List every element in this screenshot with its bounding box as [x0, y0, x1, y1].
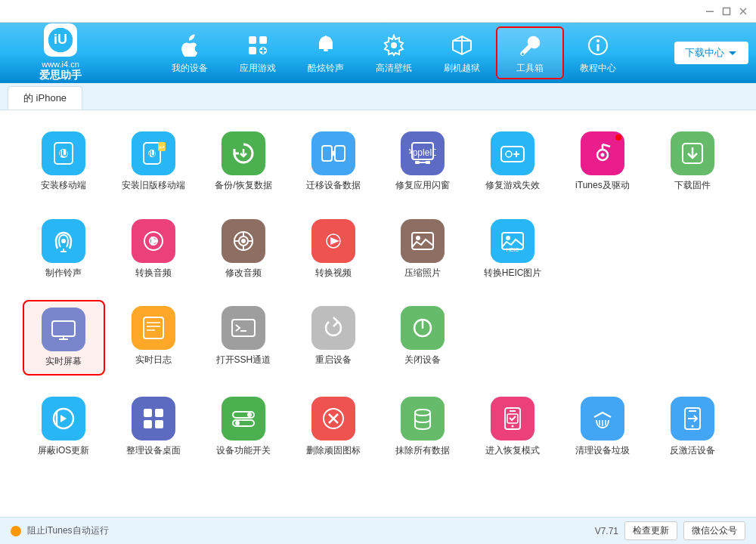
tool-reboot-label: 重启设备	[315, 354, 352, 366]
tool-realtime-log[interactable]: 实时日志	[113, 300, 195, 376]
fix-game-icon	[491, 131, 534, 175]
tool-fix-app[interactable]: AppleID 修复应用闪窗	[382, 125, 464, 198]
shutdown-icon	[401, 306, 445, 350]
tool-ringtone-make[interactable]: 制作铃声	[23, 213, 105, 286]
svg-rect-84	[155, 420, 163, 428]
tool-install-old[interactable]: iU↩ 安装旧版移动端	[113, 125, 195, 198]
svg-text:HEIC: HEIC	[507, 247, 519, 252]
tool-install-app[interactable]: iU 安装移动端	[23, 125, 105, 198]
tool-block-update[interactable]: 屏蔽iOS更新	[23, 391, 105, 463]
tool-manage-desktop[interactable]: 整理设备桌面	[113, 391, 195, 463]
nav-jailbreak[interactable]: 刷机越狱	[428, 26, 496, 79]
bell-icon	[312, 32, 339, 59]
minimize-btn[interactable]	[703, 5, 717, 18]
restore-btn[interactable]	[720, 5, 733, 18]
fix-app-icon: AppleID	[401, 131, 445, 175]
tool-deactivate-label: 反激活设备	[670, 445, 715, 457]
nav-my-device[interactable]: 我的设备	[156, 26, 224, 79]
svg-rect-29	[322, 146, 332, 161]
tool-backup[interactable]: 备份/恢复数据	[203, 125, 285, 198]
close-btn[interactable]	[736, 5, 750, 18]
tools-row-4: 屏蔽iOS更新 整理设备桌面 设备功能开关 删除顽固图标	[23, 391, 733, 463]
tool-migrate[interactable]: 迁移设备数据	[292, 125, 374, 198]
tool-compress-photo[interactable]: 压缩照片	[382, 213, 464, 286]
svg-rect-71	[144, 317, 163, 338]
audio-convert-icon	[132, 219, 175, 263]
tool-fix-game[interactable]: 修复游戏失效	[472, 125, 554, 198]
tool-erase-data[interactable]: 抹除所有数据	[382, 391, 464, 463]
tool-itunes[interactable]: iTunes及驱动	[562, 125, 644, 198]
tool-install-old-label: 安装旧版移动端	[122, 180, 185, 192]
app-icon	[244, 32, 271, 59]
tool-firmware[interactable]: 下载固件	[651, 125, 733, 198]
header: iU www.i4.cn 爱思助手 我的设备 应用游戏 酷炫铃声	[0, 23, 756, 83]
tool-deactivate[interactable]: 反激活设备	[651, 391, 733, 463]
svg-rect-83	[144, 420, 152, 428]
tool-audio-edit-label: 修改音频	[225, 267, 262, 280]
compress-photo-icon	[401, 219, 445, 263]
check-update-button[interactable]: 检查更新	[624, 521, 677, 540]
version-text: V7.71	[595, 526, 618, 536]
tools-row-1: iU 安装移动端 iU↩ 安装旧版移动端 备份/恢复数据 迁移设备数据	[23, 125, 733, 198]
tool-reboot[interactable]: 重启设备	[292, 300, 374, 376]
svg-rect-68	[52, 321, 75, 336]
tool-realtime-screen[interactable]: 实时屏幕	[23, 300, 105, 376]
svg-point-96	[512, 425, 514, 427]
wrench-icon	[516, 32, 544, 59]
svg-rect-75	[232, 320, 255, 336]
tool-audio-convert-label: 转换音频	[135, 267, 172, 280]
tool-function-toggle[interactable]: 设备功能开关	[203, 391, 285, 463]
tool-video-convert-label: 转换视频	[315, 267, 352, 280]
svg-rect-35	[426, 161, 430, 164]
tool-recovery[interactable]: 进入恢复模式	[472, 391, 554, 463]
svg-point-17	[596, 39, 600, 42]
main-content: iU 安装移动端 iU↩ 安装旧版移动端 备份/恢复数据 迁移设备数据	[0, 110, 756, 517]
nav-tutorials-label: 教程中心	[580, 62, 616, 75]
tool-heic-convert[interactable]: HEIC 转换HEIC图片	[472, 213, 554, 286]
svg-rect-7	[259, 36, 267, 44]
tool-clean-junk[interactable]: 清理设备垃圾	[562, 391, 644, 463]
tool-audio-edit[interactable]: 修改音频	[203, 213, 285, 286]
svg-text:iU: iU	[148, 150, 156, 158]
recovery-icon	[491, 397, 534, 440]
nav-items: 我的设备 应用游戏 酷炫铃声 高清壁纸 刷机越狱	[113, 26, 674, 79]
download-button[interactable]: 下载中心	[674, 42, 748, 64]
nav-tutorials[interactable]: 教程中心	[564, 26, 632, 79]
tools-row-3: 实时屏幕 实时日志 打开SSH通道 重启设备 关	[23, 300, 733, 376]
nav-wallpaper-label: 高清壁纸	[376, 62, 412, 75]
device-tab[interactable]: 的 iPhone	[8, 86, 82, 110]
svg-text:iU: iU	[59, 148, 68, 159]
info-icon	[584, 32, 612, 59]
wechat-button[interactable]: 微信公众号	[683, 521, 745, 540]
tools-row-2: 制作铃声 转换音频 修改音频 转换视频 压缩照片	[23, 213, 733, 286]
log-icon	[132, 306, 175, 350]
tool-video-convert[interactable]: 转换视频	[292, 213, 374, 286]
tool-audio-convert[interactable]: 转换音频	[113, 213, 195, 286]
svg-text:AppleID: AppleID	[409, 147, 436, 158]
tool-remove-icon[interactable]: 删除顽固图标	[292, 391, 374, 463]
nav-app-games[interactable]: 应用游戏	[224, 26, 292, 79]
tool-ssh[interactable]: 打开SSH通道	[203, 300, 285, 376]
itunes-icon	[581, 131, 624, 175]
tool-install-app-label: 安装移动端	[41, 180, 86, 192]
svg-rect-37	[501, 147, 524, 162]
nav-my-device-label: 我的设备	[172, 62, 208, 75]
status-left: 阻止iTunes自动运行	[11, 524, 109, 537]
svg-rect-0	[706, 11, 714, 12]
tool-remove-icon-label: 删除顽固图标	[306, 445, 361, 457]
tool-shutdown[interactable]: 关闭设备	[382, 300, 464, 376]
svg-rect-18	[597, 44, 600, 51]
device-bar: 的 iPhone	[0, 83, 756, 110]
nav-ringtones[interactable]: 酷炫铃声	[292, 26, 360, 79]
svg-point-14	[391, 42, 397, 48]
nav-wallpaper[interactable]: 高清壁纸	[360, 26, 428, 79]
backup-icon	[222, 131, 265, 175]
function-toggle-icon	[222, 397, 265, 440]
gear-icon	[380, 32, 407, 59]
tool-ringtone-make-label: 制作铃声	[45, 267, 82, 280]
tool-backup-label: 备份/恢复数据	[215, 180, 271, 192]
deactivate-icon	[671, 397, 714, 440]
tool-ssh-label: 打开SSH通道	[216, 354, 271, 366]
svg-point-15	[522, 53, 524, 55]
nav-toolbox[interactable]: 工具箱	[496, 26, 564, 79]
